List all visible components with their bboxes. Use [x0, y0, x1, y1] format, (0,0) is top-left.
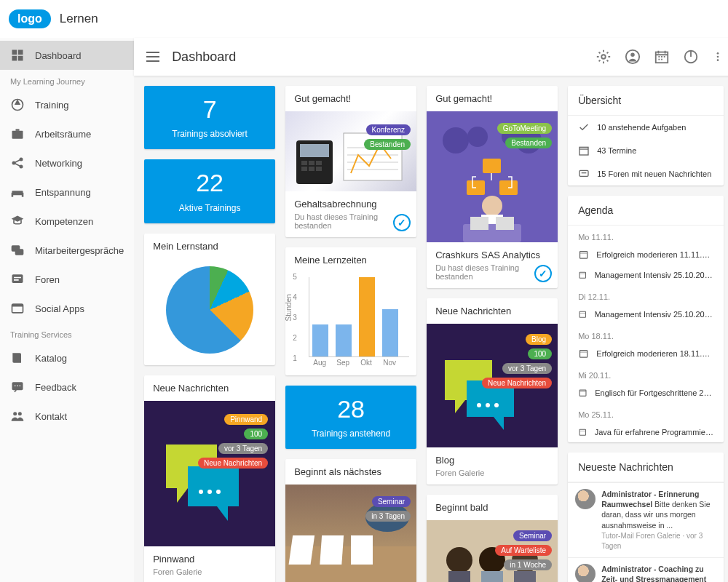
book-icon	[10, 351, 25, 365]
y-axis-label: Stunden	[285, 294, 293, 321]
sidebar-item-katalog[interactable]: Katalog	[0, 343, 134, 372]
card-gehalt[interactable]: Gut gemacht! Konferenz Bestanden Gehalts…	[285, 86, 416, 237]
card-image: Konferenz Bestanden	[285, 111, 416, 191]
badge-new: Neue Nachrichten	[198, 458, 268, 469]
svg-point-20	[17, 386, 18, 387]
badge-status: Bestanden	[364, 139, 411, 150]
svg-point-29	[717, 52, 719, 55]
agenda-item[interactable]: Englisch für Fortgeschrittene 20.11.2019	[568, 383, 724, 403]
sidebar-item-foren[interactable]: Foren	[0, 265, 134, 294]
sidebar-item-label: Mitarbeitergespräche	[35, 245, 124, 256]
svg-point-61	[477, 403, 481, 407]
agenda-item[interactable]: Java für erfahrene Programmierer 25.11..…	[568, 422, 724, 442]
feedback-icon	[10, 380, 25, 394]
svg-point-19	[15, 386, 16, 387]
sidebar-item-label: Dashboard	[35, 50, 82, 61]
sidebar-item-networking[interactable]: Networking	[0, 148, 134, 178]
event-icon	[578, 308, 587, 320]
card-subtitle: Du hast dieses Training bestanden	[294, 210, 408, 230]
couch-icon	[10, 185, 25, 199]
svg-point-56	[482, 196, 502, 216]
svg-rect-1	[18, 50, 23, 55]
stat-trainings-active[interactable]: 22 Aktive Trainings	[144, 159, 275, 223]
svg-rect-6	[16, 129, 20, 131]
apps-icon	[10, 301, 25, 316]
card-pinnwand[interactable]: Neue Nachrichten Pinnwand 100 vor 3 Tage…	[144, 375, 275, 582]
stat-trainings-pending[interactable]: 28 Trainings anstehend	[285, 386, 416, 449]
event-icon	[578, 387, 587, 399]
card-blog[interactable]: Neue Nachrichten Blog 100 vor 3 Tagen Ne…	[427, 298, 558, 485]
svg-rect-47	[351, 535, 373, 565]
top-brand-bar: logo Lernen	[0, 0, 728, 38]
svg-rect-12	[22, 193, 24, 197]
card-subtitle: Foren Galerie	[153, 565, 266, 576]
dashboard-icon	[10, 48, 25, 63]
sidebar-item-gespraeche[interactable]: Mitarbeitergespräche	[0, 236, 134, 265]
svg-rect-36	[300, 144, 329, 157]
card-subtitle: Foren Galerie	[435, 466, 549, 477]
card-lernstand[interactable]: Mein Lernstand	[144, 234, 275, 365]
people-icon	[10, 409, 25, 423]
svg-point-63	[494, 403, 499, 407]
card-englisch[interactable]: Beginnt bald Seminar Auf Warteliste in 1…	[427, 495, 558, 582]
sidebar-item-training[interactable]: Training	[0, 90, 134, 119]
card-lernzeiten[interactable]: Meine Lernzeiten 12345 Stunden AugSepOkt…	[285, 247, 416, 375]
agenda-date: Mo 11.11.	[568, 226, 724, 244]
svg-rect-72	[580, 252, 587, 258]
sidebar-item-social[interactable]: Social Apps	[0, 294, 134, 323]
card-sas[interactable]: Gut gemacht! GoToMeeting Bestanden Crash…	[427, 86, 558, 288]
news-item[interactable]: Administrator - Erinnerung Raumwechsel B…	[568, 482, 724, 557]
svg-rect-77	[579, 429, 585, 435]
agenda-date: Di 12.11.	[568, 285, 724, 304]
agenda-date: Mo 18.11.	[568, 324, 724, 343]
sidebar-item-kontakt[interactable]: Kontakt	[0, 402, 134, 431]
sidebar-item-kompetenzen[interactable]: Kompetenzen	[0, 207, 134, 236]
agenda-item[interactable]: Management Intensiv 25.10.2019: PHAS...	[568, 304, 724, 324]
svg-rect-38	[309, 161, 314, 165]
message-icon	[578, 168, 590, 180]
badge-type: GoToMeeting	[497, 123, 552, 134]
badge-time: in 3 Tagen	[365, 511, 411, 522]
svg-rect-69	[514, 571, 536, 582]
card-image: Seminar Auf Warteliste in 1 Woche	[427, 520, 558, 582]
more-icon[interactable]	[712, 49, 724, 65]
sidebar-item-label: Foren	[35, 274, 60, 285]
account-icon[interactable]	[625, 49, 641, 65]
agenda-item[interactable]: Erfolgreich moderieren 18.11.2019	[568, 343, 724, 364]
overview-forums[interactable]: 15 Foren mit neuen Nachrichten	[568, 162, 724, 186]
stat-label: Aktive Trainings	[147, 203, 272, 213]
agenda-item[interactable]: Management Intensiv 25.10.2019: PHAS...	[568, 265, 724, 285]
sidebar-item-feedback[interactable]: Feedback	[0, 372, 134, 402]
svg-rect-15	[12, 274, 23, 283]
avatar	[575, 489, 596, 509]
power-icon[interactable]	[683, 49, 699, 65]
sidebar-item-arbeitsraume[interactable]: Arbeitsräume	[0, 119, 134, 148]
sidebar-item-label: Networking	[35, 158, 82, 169]
badge-time: vor 3 Tagen	[218, 443, 268, 454]
conversation-icon	[10, 243, 25, 258]
svg-rect-73	[579, 272, 585, 278]
menu-icon[interactable]	[144, 48, 162, 65]
gear-icon[interactable]	[596, 49, 612, 65]
card-subtitle: Du hast dieses Training bestanden	[435, 260, 549, 281]
overview-tasks[interactable]: 10 anstehende Aufgaben	[568, 116, 724, 139]
panel-title: Agenda	[568, 196, 724, 226]
sidebar-section-journey: My Learning Journey	[0, 70, 134, 90]
svg-point-32	[199, 490, 203, 494]
sidebar-item-dashboard[interactable]: Dashboard	[0, 41, 134, 70]
panel-title: Übersicht	[568, 86, 724, 116]
svg-rect-39	[316, 161, 322, 165]
overview-dates[interactable]: 43 Termine	[568, 139, 724, 162]
news-item[interactable]: Administrator - Coaching zu Zeit- und St…	[568, 557, 724, 582]
calendar-icon[interactable]	[654, 49, 670, 65]
stat-trainings-done[interactable]: 7 Trainings absolviert	[144, 86, 275, 149]
stat-label: Trainings anstehend	[288, 428, 414, 439]
svg-rect-46	[320, 535, 344, 565]
agenda-item[interactable]: Erfolgreich moderieren 11.11.2019	[568, 244, 724, 265]
card-moderieren[interactable]: Beginnt als nächstes Seminar in 3 Tagen …	[285, 459, 416, 582]
badge-time: in 1 Woche	[504, 559, 552, 570]
badge-count: 100	[244, 428, 268, 439]
svg-point-64	[446, 547, 472, 573]
badge-type: Seminar	[372, 496, 411, 507]
sidebar-item-entspannung[interactable]: Entspannung	[0, 178, 134, 207]
